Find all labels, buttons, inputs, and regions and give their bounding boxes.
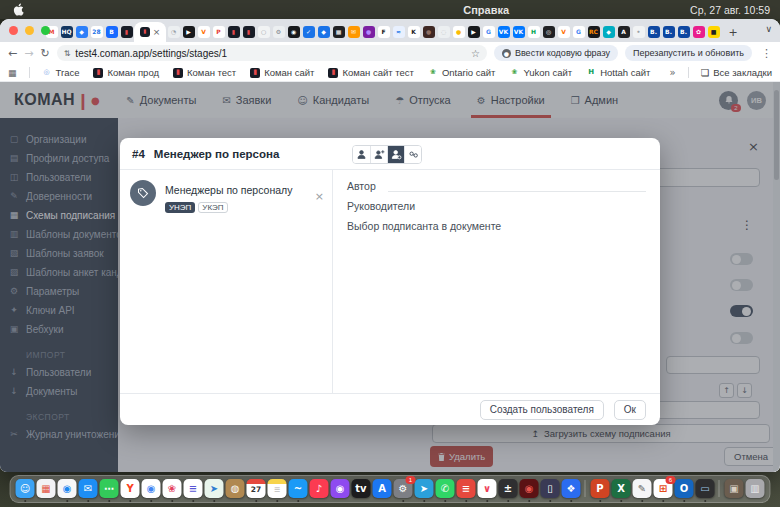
browser-tab[interactable]: B. [646, 22, 661, 42]
browser-tab[interactable]: G [571, 22, 586, 42]
browser-tab[interactable]: V [556, 22, 571, 42]
dock-launchpad[interactable]: ▦ [37, 479, 56, 498]
browser-tab[interactable]: P [211, 22, 226, 42]
dock-app-dark-red[interactable]: ◉ [520, 479, 539, 498]
browser-tab[interactable]: ◆ [601, 22, 616, 42]
browser-tab[interactable]: ≈ [391, 22, 406, 42]
browser-tab[interactable]: RC [586, 22, 601, 42]
zoom-window-button[interactable] [41, 26, 50, 35]
browser-tab[interactable]: ✿ [691, 22, 706, 42]
bookmark-yukon[interactable]: ❀ Yukon сайт [509, 67, 572, 78]
bookmark-star-icon[interactable]: ☆ [471, 48, 480, 59]
signer-group-item[interactable]: Менеджеры по персоналу УНЭП УКЭП [130, 180, 324, 213]
browser-tab[interactable]: B. [661, 22, 676, 42]
bookmark-koman-test[interactable]: ▮ Коман тест [173, 67, 236, 78]
dock-finder[interactable]: ☺ [16, 479, 35, 498]
new-tab-button[interactable]: + [725, 26, 741, 39]
apple-logo-icon[interactable] [10, 3, 26, 16]
person-add-icon[interactable] [370, 146, 387, 163]
browser-menu-icon[interactable]: ⋮ [761, 47, 772, 60]
keys-icon[interactable] [404, 146, 421, 163]
dock-pinwheel[interactable]: ❖ [562, 479, 581, 498]
dock-remote-window[interactable]: ▭ [696, 479, 715, 498]
tab-search-chevron-icon[interactable]: ∨ [765, 24, 772, 34]
create-user-button[interactable]: Создать пользователя [480, 400, 604, 420]
browser-tab[interactable]: ● [451, 22, 466, 42]
back-button[interactable]: ← [8, 47, 17, 60]
dock-pencil[interactable]: ✎ [633, 479, 652, 498]
bookmark-koman-site-test[interactable]: ▮ Коман сайт тест [328, 67, 413, 78]
browser-tab[interactable]: B. [676, 22, 691, 42]
dock-notes[interactable]: ≡ [268, 479, 287, 498]
address-bar[interactable]: ⇅ test4.coman.app/settings/stages/1 ☆ [57, 45, 487, 61]
dock-trash[interactable]: ▥ [746, 479, 765, 498]
dock-music[interactable]: ♪ [310, 479, 329, 498]
dock-mail[interactable]: ✉ [79, 479, 98, 498]
all-bookmarks-button[interactable]: ❏ Все закладки [701, 67, 772, 78]
browser-tab[interactable]: ◆ [316, 22, 331, 42]
browser-tab[interactable]: A [616, 22, 631, 42]
person-icon[interactable] [353, 146, 370, 163]
apps-grid-icon[interactable]: ▦ [8, 68, 17, 78]
browser-tab[interactable]: ◌ [436, 22, 451, 42]
dock-maps[interactable]: ➤ [205, 479, 224, 498]
browser-tab[interactable]: ● [361, 22, 376, 42]
menubar-menu-help[interactable]: Справка [463, 4, 509, 16]
field-managers[interactable]: Руководители [347, 196, 646, 216]
dock-whatsapp[interactable]: ✆ [436, 479, 455, 498]
restart-update-button[interactable]: Перезапустить и обновить [625, 45, 752, 61]
field-author[interactable]: Автор [347, 176, 646, 196]
person-badge-icon[interactable] [387, 146, 404, 163]
dock-outlook[interactable]: O [675, 479, 694, 498]
browser-tab[interactable]: K [406, 22, 421, 42]
tab-close-icon[interactable]: × [153, 28, 161, 37]
browser-tab[interactable]: ○ [256, 22, 271, 42]
browser-tab[interactable]: HQ [59, 22, 74, 42]
browser-tab[interactable]: ▮ [119, 22, 134, 42]
dock-messages[interactable]: ⋯ [100, 479, 119, 498]
dock-reminders[interactable]: ≡ [184, 479, 203, 498]
field-input-line[interactable] [388, 191, 646, 192]
browser-tab[interactable]: ▮ [226, 22, 241, 42]
dock-safari[interactable]: ◉ [58, 479, 77, 498]
close-window-button[interactable] [9, 26, 18, 35]
browser-tab[interactable]: ▶ [466, 22, 481, 42]
browser-tab[interactable]: ◉ [286, 22, 301, 42]
dock-calendar[interactable]: 27 [247, 479, 266, 498]
dock-app-brown[interactable]: ◍ [226, 479, 245, 498]
browser-tab[interactable]: ◎ [541, 22, 556, 42]
dock-todoist[interactable]: ≡ [457, 479, 476, 498]
dock-powerpoint[interactable]: P [591, 479, 610, 498]
browser-tab[interactable]: ✓ [301, 22, 316, 42]
dock-downloads-folder[interactable]: ▣ [725, 479, 744, 498]
dock-appstore[interactable]: A [373, 479, 392, 498]
browser-tab[interactable]: F [376, 22, 391, 42]
browser-tab[interactable]: ▦ [331, 22, 346, 42]
dock-yandex-browser[interactable]: Y [121, 479, 140, 498]
browser-tab[interactable]: • [631, 22, 646, 42]
browser-tab[interactable]: ◔ [166, 22, 181, 42]
bookmark-ontario[interactable]: ❀ Ontario сайт [428, 67, 495, 78]
browser-tab[interactable]: V [196, 22, 211, 42]
dock-m365[interactable]: ⊞ 6 [654, 479, 673, 498]
menubar-clock[interactable]: Ср, 27 авг. 10:59 [690, 4, 770, 16]
bookmark-hottah[interactable]: H Hottah сайт [586, 67, 650, 78]
browser-tab[interactable]: G [481, 22, 496, 42]
browser-tab[interactable]: ▶ [181, 22, 196, 42]
browser-tab[interactable]: ⚙ [271, 22, 286, 42]
field-signer-choice[interactable]: Выбор подписанта в документе [347, 216, 646, 236]
site-settings-icon[interactable]: ⇅ [64, 49, 71, 58]
browser-tab[interactable]: ▮ [241, 22, 256, 42]
browser-tab[interactable]: ✉ [346, 22, 361, 42]
browser-tab[interactable]: VK [511, 22, 526, 42]
bookmark-koman-prod[interactable]: ▮ Коман прод [93, 67, 159, 78]
dock-photos[interactable]: ❀ [163, 479, 182, 498]
passphrase-button[interactable]: ● Ввести кодовую фразу [494, 45, 618, 61]
browser-tab[interactable]: ◆ [74, 22, 89, 42]
browser-tab[interactable]: VK [496, 22, 511, 42]
dock-settings[interactable]: ⚙ 1 [394, 479, 413, 498]
dock-calculator[interactable]: ± [499, 479, 518, 498]
url-text[interactable]: test4.coman.app/settings/stages/1 [75, 48, 466, 59]
reload-button[interactable]: ↻ [40, 47, 49, 60]
dock-podcasts[interactable]: ◉ [331, 479, 350, 498]
